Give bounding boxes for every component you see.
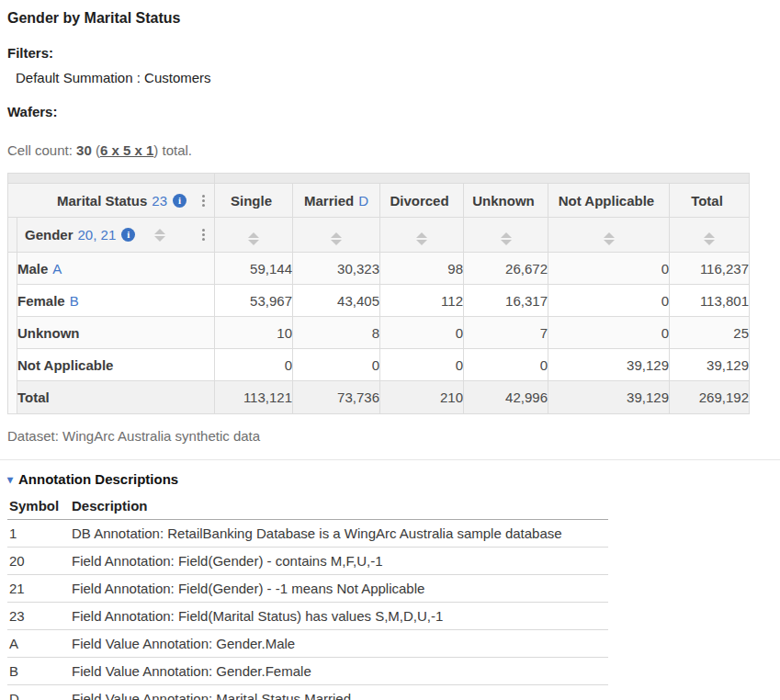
sort-cell-married: [293, 218, 380, 253]
data-cell: 98: [380, 253, 464, 285]
annotation-symbol: B: [7, 658, 70, 685]
row-label: Unknown: [17, 317, 215, 349]
data-cell: 0: [293, 349, 380, 381]
column-field-header: Marital Status 23 i: [8, 184, 215, 218]
annotation-header-row: Symbol Description: [7, 495, 608, 520]
annotation-description: Field Annotation: Field(Gender) - contai…: [70, 548, 608, 575]
annotation-description: Field Annotation: Field(Gender) - -1 mea…: [70, 575, 608, 603]
annotation-symbol: 21: [7, 575, 70, 603]
data-cell: 25: [670, 317, 750, 349]
data-cell: 269,192: [670, 381, 750, 414]
info-icon[interactable]: i: [173, 194, 187, 208]
wafer-strip-row: [8, 174, 750, 184]
wafer-strip-left: [8, 174, 215, 184]
annotation-symbol: 1: [7, 520, 70, 548]
data-cell: 112: [380, 285, 464, 317]
data-cell: 53,967: [215, 285, 293, 317]
section-divider: [0, 459, 780, 460]
data-cell: 59,144: [215, 253, 293, 285]
married-annotation-ref[interactable]: D: [358, 193, 368, 209]
annotation-section-header[interactable]: ▾ Annotation Descriptions: [7, 471, 780, 487]
table-row-female: FemaleB 53,967 43,405 112 16,317 0 113,8…: [8, 285, 750, 317]
collapse-triangle-icon[interactable]: ▾: [7, 474, 13, 485]
data-cell: 0: [380, 349, 464, 381]
info-icon[interactable]: i: [121, 228, 135, 242]
sort-icon[interactable]: [604, 232, 615, 245]
annotation-description: DB Annotation: RetailBanking Database is…: [70, 520, 608, 548]
annotation-row: A Field Value Annotation: Gender.Male: [7, 630, 608, 658]
female-annotation-ref[interactable]: B: [70, 293, 79, 309]
sort-cell-single: [215, 218, 293, 253]
column-header-total: Total: [670, 184, 750, 218]
sort-icon[interactable]: [248, 232, 259, 245]
table-row-unknown: Unknown 10 8 0 7 0 25: [8, 317, 750, 349]
cell-count-paren: (: [92, 142, 100, 158]
table-row-total: Total 113,121 73,736 210 42,996 39,129 2…: [8, 381, 750, 414]
column-header-row: Marital Status 23 i Single MarriedD Divo…: [8, 184, 750, 218]
annotation-row: 23 Field Annotation: Field(Marital Statu…: [7, 603, 608, 630]
data-cell: 10: [215, 317, 293, 349]
cell-count-label: Cell count:: [7, 142, 76, 158]
data-cell: 0: [548, 317, 670, 349]
annotation-table: Symbol Description 1 DB Annotation: Reta…: [7, 495, 608, 700]
annotation-row: 21 Field Annotation: Field(Gender) - -1 …: [7, 575, 608, 603]
annotation-description: Field Value Annotation: Gender.Female: [70, 658, 608, 685]
data-cell: 42,996: [464, 381, 548, 414]
cell-count-suffix: ) total.: [153, 142, 192, 158]
data-cell: 116,237: [670, 253, 750, 285]
row-label: Total: [17, 381, 215, 414]
filter-item: Default Summation : Customers: [7, 70, 780, 85]
data-cell: 39,129: [548, 381, 670, 414]
data-cell: 210: [380, 381, 464, 414]
annotation-section-title: Annotation Descriptions: [18, 471, 178, 487]
cell-count-value: 30: [76, 142, 92, 158]
annotation-symbol: D: [7, 685, 70, 700]
data-cell: 113,801: [670, 285, 750, 317]
male-annotation-ref[interactable]: A: [52, 261, 62, 277]
cell-count-line: Cell count: 30 (6 x 5 x 1) total.: [7, 142, 780, 158]
row-field-menu-icon[interactable]: [200, 227, 207, 243]
column-header-unknown: Unknown: [464, 184, 548, 218]
annotation-symbol-header: Symbol: [7, 495, 70, 520]
sort-cell-unknown: [464, 218, 548, 253]
annotation-description: Field Value Annotation: Gender.Male: [70, 630, 608, 658]
data-cell: 0: [464, 349, 548, 381]
sort-icon[interactable]: [501, 232, 512, 245]
column-header-divorced: Divorced: [380, 184, 464, 218]
sort-icon-gender[interactable]: [154, 229, 165, 242]
annotation-description-header: Description: [70, 495, 608, 520]
row-label: Not Applicable: [17, 349, 215, 381]
annotation-row: B Field Value Annotation: Gender.Female: [7, 658, 608, 685]
column-field-annotation-ref[interactable]: 23: [152, 193, 167, 209]
page-title: Gender by Marital Status: [7, 0, 780, 27]
sort-icon[interactable]: [704, 232, 715, 245]
annotation-description: Field Annotation: Field(Marital Status) …: [70, 603, 608, 630]
data-cell: 39,129: [548, 349, 670, 381]
data-cell: 0: [380, 317, 464, 349]
data-cell: 7: [464, 317, 548, 349]
row-field-annotation-refs[interactable]: 20, 21: [78, 227, 117, 243]
data-cell: 113,121: [215, 381, 293, 414]
wafer-gutter: [8, 218, 17, 253]
annotation-symbol: A: [7, 630, 70, 658]
sort-icon[interactable]: [416, 232, 427, 245]
annotation-row: 20 Field Annotation: Field(Gender) - con…: [7, 548, 608, 575]
data-cell: 30,323: [293, 253, 380, 285]
sort-cell-not-applicable: [548, 218, 670, 253]
sort-icon[interactable]: [331, 232, 342, 245]
wafer-table: Marital Status 23 i Single MarriedD Divo…: [7, 173, 750, 414]
data-cell: 73,736: [293, 381, 380, 414]
column-header-single: Single: [215, 184, 293, 218]
annotation-row: D Field Value Annotation: Marital Status…: [7, 685, 608, 700]
data-cell: 8: [293, 317, 380, 349]
filters-label: Filters:: [7, 45, 780, 61]
row-label: FemaleB: [17, 285, 215, 317]
column-header-not-applicable: Not Applicable: [548, 184, 670, 218]
wafer-strip-right: [215, 174, 750, 184]
data-cell: 43,405: [293, 285, 380, 317]
cell-dims-link[interactable]: 6 x 5 x 1: [100, 142, 153, 158]
column-field-menu-icon[interactable]: [200, 193, 207, 209]
sort-cell-divorced: [380, 218, 464, 253]
data-cell: 0: [215, 349, 293, 381]
annotation-symbol: 20: [7, 548, 70, 575]
